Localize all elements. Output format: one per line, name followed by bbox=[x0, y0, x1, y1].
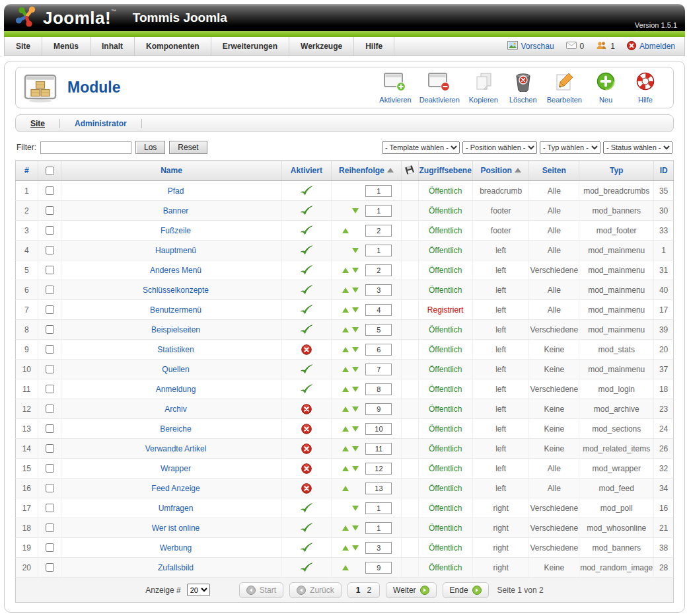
move-up-icon[interactable] bbox=[342, 327, 349, 332]
module-name-link[interactable]: Feed Anzeige bbox=[151, 484, 199, 493]
filter-input[interactable] bbox=[40, 141, 131, 154]
tab-administrator[interactable]: Administrator bbox=[75, 119, 127, 128]
order-input[interactable] bbox=[365, 344, 392, 356]
row-checkbox[interactable] bbox=[46, 266, 54, 274]
move-up-icon[interactable] bbox=[342, 347, 349, 352]
column-id[interactable]: ID bbox=[654, 161, 674, 181]
enabled-check-icon[interactable] bbox=[300, 225, 313, 235]
kopieren-button[interactable]: Kopieren bbox=[464, 71, 503, 104]
row-checkbox[interactable] bbox=[46, 246, 54, 254]
row-checkbox[interactable] bbox=[46, 186, 54, 195]
users-indicator[interactable]: 1 bbox=[596, 41, 615, 52]
column-aktiviert[interactable]: Aktiviert bbox=[281, 161, 331, 181]
move-up-icon[interactable] bbox=[342, 228, 349, 233]
order-input[interactable] bbox=[365, 225, 392, 237]
order-input[interactable] bbox=[365, 245, 392, 256]
move-down-icon[interactable] bbox=[352, 466, 359, 471]
move-up-icon[interactable] bbox=[342, 406, 349, 412]
select-all-checkbox[interactable] bbox=[46, 167, 54, 175]
move-up-icon[interactable] bbox=[342, 525, 349, 531]
enabled-check-icon[interactable] bbox=[300, 285, 313, 294]
row-checkbox[interactable] bbox=[46, 444, 54, 453]
module-name-link[interactable]: Archiv bbox=[164, 404, 186, 414]
filter-select-template-wahlen[interactable]: - Template wählen - bbox=[382, 141, 460, 154]
order-input[interactable] bbox=[365, 185, 392, 197]
row-checkbox[interactable] bbox=[46, 504, 54, 512]
enabled-check-icon[interactable] bbox=[300, 245, 313, 254]
column-position[interactable]: Position bbox=[472, 161, 529, 181]
move-down-icon[interactable] bbox=[352, 525, 359, 531]
move-down-icon[interactable] bbox=[352, 327, 359, 332]
module-name-link[interactable]: Pfad bbox=[168, 186, 184, 196]
move-up-icon[interactable] bbox=[342, 565, 349, 570]
order-input[interactable] bbox=[365, 264, 392, 276]
module-name-link[interactable]: Anmeldung bbox=[156, 385, 196, 394]
enabled-check-icon[interactable] bbox=[300, 543, 313, 552]
pagination-page-link[interactable]: 2 bbox=[367, 586, 371, 595]
move-up-icon[interactable] bbox=[342, 288, 349, 293]
row-checkbox[interactable] bbox=[46, 345, 54, 354]
disabled-x-icon[interactable] bbox=[301, 424, 312, 433]
module-name-link[interactable]: Hauptmenü bbox=[155, 246, 196, 255]
move-down-icon[interactable] bbox=[352, 288, 359, 293]
move-down-icon[interactable] bbox=[352, 406, 359, 412]
move-down-icon[interactable] bbox=[352, 506, 359, 511]
enabled-check-icon[interactable] bbox=[300, 206, 313, 215]
row-checkbox[interactable] bbox=[46, 523, 54, 532]
move-up-icon[interactable] bbox=[342, 367, 349, 372]
column-typ[interactable]: Typ bbox=[579, 161, 654, 181]
neu-button[interactable]: Neu bbox=[586, 71, 626, 104]
move-down-icon[interactable] bbox=[352, 387, 359, 392]
pagination-end-button[interactable]: Ende bbox=[443, 582, 489, 598]
enabled-check-icon[interactable] bbox=[300, 325, 313, 334]
messages-indicator[interactable]: 0 bbox=[566, 42, 585, 51]
move-down-icon[interactable] bbox=[352, 367, 359, 372]
menu-item-inhalt[interactable]: Inhalt bbox=[91, 37, 135, 56]
column-seiten[interactable]: Seiten bbox=[529, 161, 579, 181]
row-checkbox[interactable] bbox=[46, 484, 54, 492]
enabled-check-icon[interactable] bbox=[300, 265, 313, 274]
module-name-link[interactable]: Wrapper bbox=[161, 464, 191, 473]
module-name-link[interactable]: Benutzermenü bbox=[150, 305, 201, 315]
order-input[interactable] bbox=[365, 304, 392, 316]
order-input[interactable] bbox=[365, 542, 392, 554]
move-up-icon[interactable] bbox=[342, 466, 349, 471]
move-up-icon[interactable] bbox=[342, 387, 349, 392]
column-reihenfolge[interactable]: Reihenfolge bbox=[332, 161, 402, 181]
row-checkbox[interactable] bbox=[46, 305, 54, 314]
disabled-x-icon[interactable] bbox=[301, 443, 312, 453]
move-up-icon[interactable] bbox=[342, 486, 349, 491]
order-input[interactable] bbox=[365, 463, 392, 475]
order-input[interactable] bbox=[365, 522, 392, 534]
order-input[interactable] bbox=[365, 423, 392, 435]
move-up-icon[interactable] bbox=[342, 446, 349, 451]
hilfe-button[interactable]: Hilfe bbox=[626, 71, 665, 104]
order-input[interactable] bbox=[365, 284, 392, 296]
order-input[interactable] bbox=[365, 403, 392, 415]
logout-link[interactable]: Abmelden bbox=[627, 41, 675, 52]
move-up-icon[interactable] bbox=[342, 426, 349, 432]
module-name-link[interactable]: Zufallsbild bbox=[158, 563, 194, 572]
bearbeiten-button[interactable]: Bearbeiten bbox=[543, 71, 586, 104]
disabled-x-icon[interactable] bbox=[301, 463, 312, 473]
filter-select-typ-wahlen[interactable]: - Typ wählen - bbox=[540, 141, 600, 154]
module-name-link[interactable]: Wer ist online bbox=[152, 523, 199, 533]
order-input[interactable] bbox=[365, 502, 392, 514]
move-up-icon[interactable] bbox=[342, 307, 349, 313]
order-input[interactable] bbox=[365, 562, 392, 574]
pagination-start-button[interactable]: Start bbox=[239, 582, 283, 598]
order-input[interactable] bbox=[365, 324, 392, 336]
row-checkbox[interactable] bbox=[46, 325, 54, 334]
row-checkbox[interactable] bbox=[46, 543, 54, 552]
module-name-link[interactable]: Verwandte Artikel bbox=[145, 444, 207, 453]
pagination-prev-button[interactable]: Zurück bbox=[289, 582, 342, 598]
order-input[interactable] bbox=[365, 383, 392, 395]
pagination-next-button[interactable]: Weiter bbox=[386, 582, 436, 598]
move-down-icon[interactable] bbox=[352, 545, 359, 551]
menu-item-erweiterungen[interactable]: Erweiterungen bbox=[211, 37, 289, 56]
move-down-icon[interactable] bbox=[352, 208, 359, 213]
move-up-icon[interactable] bbox=[342, 268, 349, 273]
move-down-icon[interactable] bbox=[352, 248, 359, 253]
column-name[interactable]: Name bbox=[61, 161, 281, 181]
row-checkbox[interactable] bbox=[46, 365, 54, 373]
